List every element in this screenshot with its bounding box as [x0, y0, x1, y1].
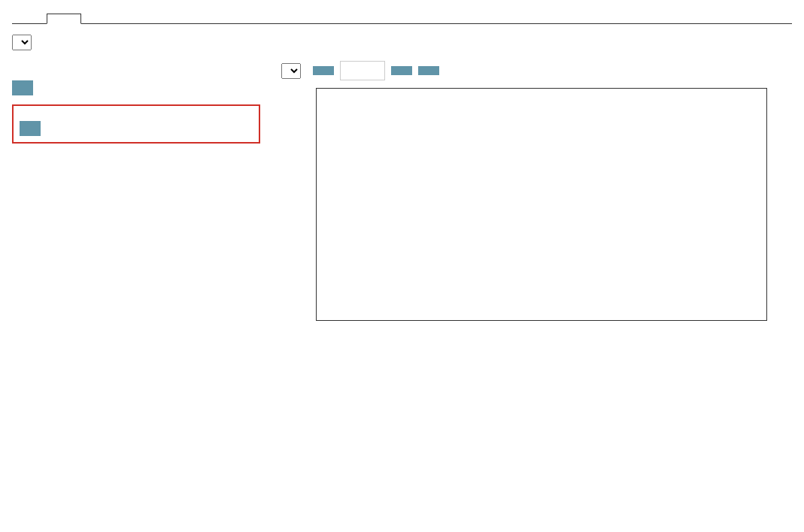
tab-daily-flow[interactable]	[47, 14, 81, 24]
graph-type-select[interactable]	[281, 63, 301, 79]
tab-bar	[12, 14, 792, 24]
plot-area	[316, 88, 767, 321]
download-flow-button[interactable]	[12, 80, 33, 95]
tab-peak-flow[interactable]	[81, 14, 116, 23]
next-year-button[interactable]	[391, 66, 412, 75]
year-input[interactable]	[340, 61, 385, 80]
cdr-highlight-box	[12, 104, 260, 144]
tab-station-info[interactable]	[12, 14, 47, 23]
prev-year-button[interactable]	[313, 66, 334, 75]
hydrograph-chart	[275, 86, 793, 330]
download-cdr-button[interactable]	[20, 121, 41, 136]
refresh-button[interactable]	[418, 66, 439, 75]
data-series-select[interactable]	[12, 35, 32, 50]
tab-catchment-info[interactable]	[116, 14, 150, 23]
